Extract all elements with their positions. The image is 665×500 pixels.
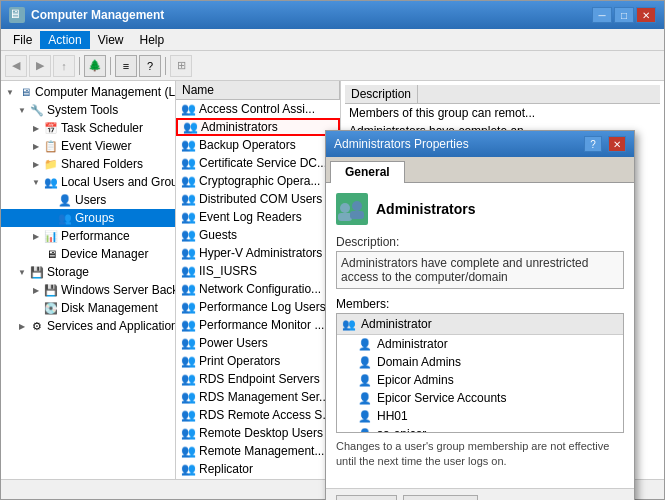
list-item-10[interactable]: 👥Network Configuratio...: [176, 280, 340, 298]
add-button[interactable]: Add...: [336, 495, 397, 500]
list-item-name-3: Certificate Service DC...: [199, 156, 336, 170]
expand-icon[interactable]: ▼: [15, 265, 29, 279]
list-item-19[interactable]: 👥Remote Management...: [176, 442, 340, 460]
expand-icon[interactable]: ▼: [3, 85, 17, 99]
member-item-1[interactable]: 👤Domain Admins: [337, 353, 623, 371]
dialog-title: Administrators Properties: [334, 137, 578, 151]
tree-item-system-tools[interactable]: ▼ 🔧 System Tools: [1, 101, 175, 119]
list-item-16[interactable]: 👥RDS Management Ser...: [176, 388, 340, 406]
expand-icon-empty: [43, 211, 57, 225]
window-close-button[interactable]: ✕: [636, 7, 656, 23]
tree-item-shared-folders[interactable]: ▶ 📁 Shared Folders: [1, 155, 175, 173]
desc-item-0[interactable]: Members of this group can remot...: [345, 104, 660, 122]
dialog-help-button[interactable]: ?: [584, 136, 602, 152]
expand-icon[interactable]: ▶: [29, 121, 43, 135]
tree-label-disk-mgmt: Disk Management: [61, 301, 158, 315]
group-icon-18: 👥: [180, 425, 196, 441]
member-item-0[interactable]: 👤Administrator: [337, 335, 623, 353]
svg-rect-2: [352, 201, 362, 211]
list-item-6[interactable]: 👥Event Log Readers: [176, 208, 340, 226]
description-box[interactable]: Administrators have complete and unrestr…: [336, 251, 624, 289]
back-button[interactable]: ◀: [5, 55, 27, 77]
expand-icon[interactable]: ▶: [29, 139, 43, 153]
member-item-2[interactable]: 👤Epicor Admins: [337, 371, 623, 389]
tab-general[interactable]: General: [330, 161, 405, 183]
group-icon-13: 👥: [180, 335, 196, 351]
member-item-4[interactable]: 👤HH01: [337, 407, 623, 425]
computer-icon: 🖥: [17, 84, 33, 100]
expand-icon[interactable]: ▼: [29, 175, 43, 189]
expand-icon[interactable]: ▶: [29, 229, 43, 243]
list-item-15[interactable]: 👥RDS Endpoint Servers: [176, 370, 340, 388]
list-item-7[interactable]: 👥Guests: [176, 226, 340, 244]
list-item-12[interactable]: 👥Performance Monitor ...: [176, 316, 340, 334]
tree-label-groups: Groups: [75, 211, 114, 225]
list-item-4[interactable]: 👥Cryptographic Opera...: [176, 172, 340, 190]
list-item-2[interactable]: 👥Backup Operators: [176, 136, 340, 154]
show-hide-tree[interactable]: 🌲: [84, 55, 106, 77]
menu-action[interactable]: Action: [40, 31, 89, 49]
list-item-13[interactable]: 👥Power Users: [176, 334, 340, 352]
list-item-20[interactable]: 👥Replicator: [176, 460, 340, 478]
dialog-content: Administrators Description: Administrato…: [326, 183, 634, 488]
forward-button[interactable]: ▶: [29, 55, 51, 77]
tree-item-storage[interactable]: ▼ 💾 Storage: [1, 263, 175, 281]
minimize-button[interactable]: ─: [592, 7, 612, 23]
menu-file[interactable]: File: [5, 31, 40, 49]
name-col-header[interactable]: Name: [176, 81, 340, 99]
tree-item-performance[interactable]: ▶ 📊 Performance: [1, 227, 175, 245]
expand-icon[interactable]: ▼: [15, 103, 29, 117]
member-label-3: Epicor Service Accounts: [377, 391, 506, 405]
member-item-5[interactable]: 👤sa-epicor: [337, 425, 623, 433]
toolbar-separator-2: [110, 57, 111, 75]
tree-item-users[interactable]: 👤 Users: [1, 191, 175, 209]
list-item-3[interactable]: 👥Certificate Service DC...: [176, 154, 340, 172]
list-item-name-19: Remote Management...: [199, 444, 336, 458]
dialog-close-button[interactable]: ✕: [608, 136, 626, 152]
up-button[interactable]: ↑: [53, 55, 75, 77]
list-item-14[interactable]: 👥Print Operators: [176, 352, 340, 370]
tree-item-computer-mgmt[interactable]: ▼ 🖥 Computer Management (Local: [1, 83, 175, 101]
help-button[interactable]: ?: [139, 55, 161, 77]
tree-label-system-tools: System Tools: [47, 103, 118, 117]
list-item-11[interactable]: 👥Performance Log Users: [176, 298, 340, 316]
dialog-tabs: General: [326, 157, 634, 183]
maximize-button[interactable]: □: [614, 7, 634, 23]
tree-item-groups[interactable]: 👥 Groups: [1, 209, 175, 227]
list-item-5[interactable]: 👥Distributed COM Users: [176, 190, 340, 208]
expand-icon[interactable]: ▶: [29, 283, 43, 297]
member-label-1: Domain Admins: [377, 355, 461, 369]
list-item-name-14: Print Operators: [199, 354, 336, 368]
desc-col-header[interactable]: Description: [345, 85, 418, 103]
group-icon-16: 👥: [180, 389, 196, 405]
tree-item-windows-backup[interactable]: ▶ 💾 Windows Server Backup: [1, 281, 175, 299]
list-item-17[interactable]: 👥RDS Remote Access S...: [176, 406, 340, 424]
group-icon-19: 👥: [180, 443, 196, 459]
properties-button[interactable]: ≡: [115, 55, 137, 77]
member-item-3[interactable]: 👤Epicor Service Accounts: [337, 389, 623, 407]
users-icon: 👤: [57, 192, 73, 208]
menu-view[interactable]: View: [90, 31, 132, 49]
list-item-1[interactable]: 👥Administrators: [176, 118, 340, 136]
list-item-18[interactable]: 👥Remote Desktop Users: [176, 424, 340, 442]
tree-item-disk-mgmt[interactable]: 💽 Disk Management: [1, 299, 175, 317]
administrators-properties-dialog[interactable]: Administrators Properties ? ✕ General Ad…: [325, 130, 635, 500]
new-window-button[interactable]: ⊞: [170, 55, 192, 77]
remove-button[interactable]: Remove: [403, 495, 478, 500]
tree-item-local-users-groups[interactable]: ▼ 👥 Local Users and Groups: [1, 173, 175, 191]
tree-item-event-viewer[interactable]: ▶ 📋 Event Viewer: [1, 137, 175, 155]
menu-help[interactable]: Help: [132, 31, 173, 49]
group-icon-0: 👥: [180, 101, 196, 117]
tree-item-task-scheduler[interactable]: ▶ 📅 Task Scheduler: [1, 119, 175, 137]
expand-icon[interactable]: ▶: [15, 319, 29, 333]
members-list[interactable]: 👥 Administrator 👤Administrator👤Domain Ad…: [336, 313, 624, 433]
tree-item-services-apps[interactable]: ▶ ⚙ Services and Applications: [1, 317, 175, 335]
expand-icon[interactable]: ▶: [29, 157, 43, 171]
window-icon: 🖥: [9, 7, 25, 23]
tree-item-device-manager[interactable]: 🖥 Device Manager: [1, 245, 175, 263]
list-item-0[interactable]: 👥Access Control Assi...: [176, 100, 340, 118]
list-item-9[interactable]: 👥IIS_IUSRS: [176, 262, 340, 280]
list-item-8[interactable]: 👥Hyper-V Administrators: [176, 244, 340, 262]
tree-label-task-scheduler: Task Scheduler: [61, 121, 143, 135]
list-item-name-10: Network Configuratio...: [199, 282, 336, 296]
